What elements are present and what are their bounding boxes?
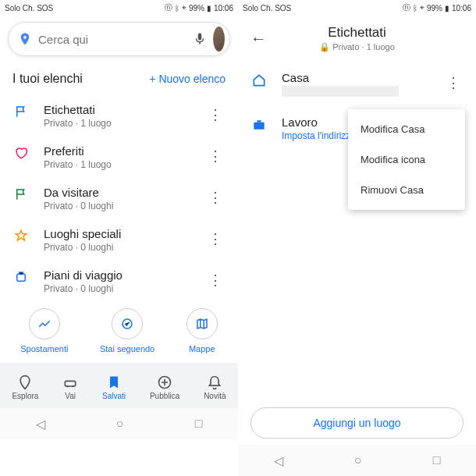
screen-labeled: Solo Ch. SOS ⓝ ᛒ ⌖ 99% ▮ 10:06 ← Etichet…	[238, 0, 476, 476]
new-list-button[interactable]: + Nuovo elenco	[149, 73, 226, 85]
nav-go[interactable]: Vai	[62, 375, 78, 400]
context-menu: Modifica Casa Modifica icona Rimuovi Cas…	[348, 109, 465, 210]
maps-pin-icon	[18, 32, 32, 46]
svg-point-4	[67, 385, 69, 387]
list-travel[interactable]: Piani di viaggioPrivato · 0 luoghi ⋮	[0, 261, 238, 302]
page-title: Etichettati	[279, 25, 435, 41]
search-input[interactable]	[38, 33, 186, 46]
svg-point-5	[72, 385, 74, 387]
more-icon[interactable]: ⋮	[205, 103, 226, 126]
list-labeled[interactable]: EtichettatiPrivato · 1 luogo ⋮	[0, 95, 238, 137]
time: 10:06	[214, 4, 233, 12]
status-bar: Solo Ch. SOS ⓝ ᛒ ⌖ 99% ▮ 10:06	[0, 0, 238, 16]
flag-icon	[12, 186, 30, 201]
back-icon[interactable]: ◁	[36, 417, 45, 432]
recent-icon[interactable]: □	[195, 417, 203, 431]
menu-remove-home[interactable]: Rimuovi Casa	[348, 175, 465, 205]
avatar[interactable]	[213, 27, 225, 52]
nav-explore[interactable]: Esplora	[12, 375, 38, 400]
battery-text: 99%	[189, 4, 204, 12]
star-icon	[12, 227, 30, 243]
suitcase-icon	[12, 268, 30, 284]
svg-rect-3	[66, 381, 76, 386]
status-carrier: Solo Ch. SOS	[243, 4, 291, 12]
more-icon[interactable]: ⋮	[443, 71, 464, 94]
more-icon[interactable]: ⋮	[205, 227, 226, 250]
status-bar: Solo Ch. SOS ⓝ ᛒ ⌖ 99% ▮ 10:06	[238, 0, 476, 16]
list-favorites[interactable]: PreferitiPrivato · 1 luogo ⋮	[0, 137, 238, 178]
bt-icon: ᛒ	[175, 4, 179, 12]
nav-updates[interactable]: Novità	[204, 375, 226, 400]
section-header: I tuoi elenchi + Nuovo elenco	[0, 62, 238, 95]
svg-point-0	[23, 36, 27, 39]
list-want-to-go[interactable]: Da visitarePrivato · 0 luoghi ⋮	[0, 178, 238, 219]
header: ← Etichettati 🔒 Privato · 1 luogo	[238, 16, 476, 62]
back-icon[interactable]: ◁	[274, 453, 283, 468]
menu-edit-icon[interactable]: Modifica icona	[348, 144, 465, 175]
chip-timeline[interactable]: Spostamenti	[20, 308, 68, 353]
nav-saved[interactable]: Salvati	[102, 375, 126, 400]
bottom-nav: Esplora Vai Salvati Pubblica Novità	[0, 363, 238, 408]
flag-outline-icon	[12, 103, 30, 119]
home-icon[interactable]: ○	[116, 417, 124, 431]
labeled-home[interactable]: Casa ⋮	[238, 62, 476, 106]
svg-rect-7	[254, 123, 264, 130]
status-right: ⓝ ᛒ ⌖ 99% ▮ 10:06	[403, 2, 471, 13]
mic-icon[interactable]	[193, 32, 207, 46]
home-icon[interactable]: ○	[354, 453, 362, 467]
section-title: I tuoi elenchi	[12, 72, 83, 86]
battery-icon: ▮	[207, 4, 211, 12]
battery-icon: ▮	[445, 4, 449, 12]
battery-text: 99%	[427, 4, 442, 12]
list-starred[interactable]: Luoghi specialiPrivato · 0 luoghi ⋮	[0, 219, 238, 261]
system-nav: ◁ ○ □	[238, 445, 476, 476]
system-nav: ◁ ○ □	[0, 408, 238, 439]
chip-following[interactable]: Stai seguendo	[100, 308, 155, 353]
svg-rect-1	[17, 274, 26, 281]
recent-icon[interactable]: □	[433, 453, 441, 467]
add-place-button[interactable]: Aggiungi un luogo	[250, 407, 464, 439]
more-icon[interactable]: ⋮	[205, 144, 226, 168]
address-redacted	[282, 86, 399, 97]
nav-contribute[interactable]: Pubblica	[150, 375, 179, 400]
chip-maps[interactable]: Mappe	[186, 308, 218, 353]
status-right: ⓝ ᛒ ⌖ 99% ▮ 10:06	[165, 2, 233, 13]
location-icon: ⌖	[182, 3, 186, 12]
screen-saved: Solo Ch. SOS ⓝ ᛒ ⌖ 99% ▮ 10:06 I tuoi el…	[0, 0, 238, 476]
page-subtitle: 🔒 Privato · 1 luogo	[279, 42, 435, 52]
home-icon	[250, 71, 268, 88]
more-icon[interactable]: ⋮	[205, 268, 226, 292]
nfc-icon: ⓝ	[403, 2, 410, 13]
location-icon: ⌖	[420, 3, 424, 12]
status-carrier: Solo Ch. SOS	[5, 4, 53, 12]
heart-icon	[12, 144, 30, 160]
more-icon[interactable]: ⋮	[205, 186, 226, 209]
briefcase-icon	[250, 115, 268, 133]
back-arrow-icon[interactable]: ←	[250, 30, 266, 48]
nfc-icon: ⓝ	[165, 2, 172, 13]
bt-icon: ᛒ	[413, 4, 417, 12]
time: 10:06	[452, 4, 471, 12]
search-bar[interactable]	[8, 22, 230, 56]
menu-edit-home[interactable]: Modifica Casa	[348, 114, 465, 144]
chip-row: Spostamenti Stai seguendo Mappe	[0, 302, 238, 363]
